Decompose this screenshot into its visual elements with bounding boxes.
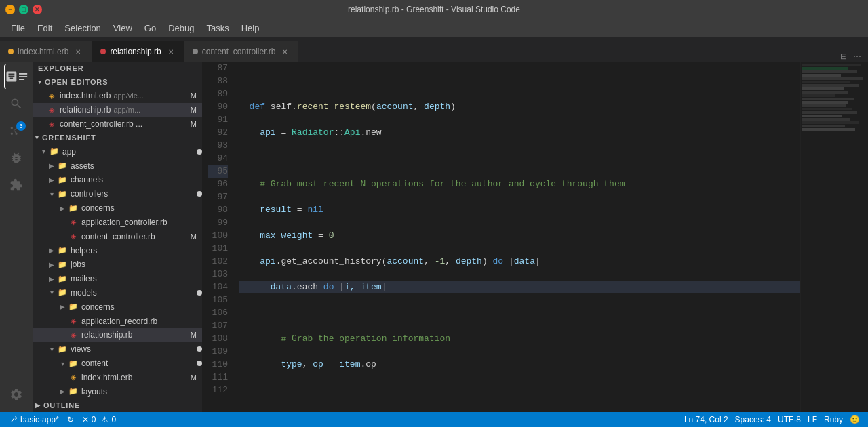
- spaces-label: Spaces: 4: [735, 415, 771, 424]
- svg-rect-1: [19, 76, 27, 77]
- tree-folder-channels[interactable]: ▶ 📁 channels: [33, 173, 202, 187]
- tab-label: content_controller.rb: [202, 47, 276, 56]
- tree-folder-models-concerns[interactable]: ▶ 📁 concerns: [33, 300, 202, 314]
- open-editor-content-controller[interactable]: ◈ content_controller.rb ... M: [33, 117, 202, 131]
- line-ending-label: LF: [808, 415, 817, 424]
- menu-debug[interactable]: Debug: [163, 22, 199, 35]
- folder-icon: 📁: [57, 274, 68, 283]
- status-errors[interactable]: ✕ 0 ⚠ 0: [79, 415, 119, 424]
- tab-close-icon[interactable]: ✕: [165, 46, 176, 57]
- tab-relationship-rb[interactable]: relationship.rb ✕: [92, 41, 184, 62]
- minimize-button[interactable]: −: [5, 5, 15, 14]
- ruby-file-icon: [100, 49, 106, 54]
- code-line-93: max_weight = 0: [239, 229, 800, 242]
- error-icon: ✕: [82, 415, 89, 424]
- tree-folder-concerns[interactable]: ▶ 📁 concerns: [33, 201, 202, 216]
- open-editor-index[interactable]: ◈ index.html.erb app/vie... M: [33, 89, 202, 103]
- split-editor-icon[interactable]: ⊟: [838, 51, 849, 62]
- status-smiley[interactable]: 🙂: [847, 415, 863, 424]
- folder-icon: 📁: [49, 147, 60, 156]
- maximize-button[interactable]: □: [19, 5, 28, 14]
- modified-dot: [197, 346, 202, 352]
- window-controls[interactable]: − □ ✕: [5, 5, 42, 14]
- menu-selection[interactable]: Selection: [59, 22, 106, 35]
- tab-index-html-erb[interactable]: index.html.erb ✕: [0, 41, 92, 62]
- code-text[interactable]: def self.recent_resteem(account, depth) …: [236, 62, 800, 412]
- tree-file-content-controller[interactable]: ◈ content_controller.rb M: [33, 229, 202, 243]
- status-branch[interactable]: ⎇ basic-app*: [5, 415, 62, 424]
- arrow-icon: ▶: [57, 388, 68, 395]
- tree-folder-app[interactable]: ▾ 📁 app: [33, 144, 202, 159]
- activity-bar: 3: [0, 62, 33, 412]
- tab-content-controller-rb[interactable]: content_controller.rb ✕: [184, 41, 300, 62]
- tree-folder-content[interactable]: ▾ 📁 content: [33, 357, 202, 371]
- window-title: relationship.rb - Greenshift - Visual St…: [348, 5, 520, 14]
- ruby-file-icon: ◈: [68, 317, 79, 325]
- open-editors-label: OPEN EDITORS: [45, 78, 108, 86]
- status-encoding[interactable]: UTF-8: [775, 415, 804, 424]
- status-sync[interactable]: ↻: [64, 415, 77, 424]
- tree-file-index-html-erb[interactable]: ◈ index.html.erb M: [33, 370, 202, 384]
- ruby-file-icon: [193, 49, 198, 54]
- modified-badge: M: [191, 120, 202, 128]
- tree-file-application-record[interactable]: ◈ application_record.rb: [33, 314, 202, 328]
- outline-header[interactable]: ▶ OUTLINE: [33, 399, 202, 412]
- open-editor-relationship[interactable]: ◈ relationship.rb app/m... M: [33, 103, 202, 117]
- branch-name: basic-app*: [20, 415, 59, 424]
- ruby-icon: ◈: [46, 120, 57, 129]
- tree-folder-jobs[interactable]: ▶ 📁 jobs: [33, 258, 202, 272]
- close-button[interactable]: ✕: [33, 5, 42, 14]
- status-position[interactable]: Ln 74, Col 2: [682, 415, 731, 424]
- code-editor[interactable]: 87 88 89 90 91 92 93 94 95 96 97 98 99 1…: [202, 62, 800, 412]
- activity-extensions[interactable]: [4, 173, 28, 197]
- position-label: Ln 74, Col 2: [684, 415, 728, 424]
- statusbar: ⎇ basic-app* ↻ ✕ 0 ⚠ 0 Ln 74, Col 2 Spac…: [0, 412, 868, 427]
- activity-explorer[interactable]: [4, 64, 28, 89]
- open-editors-header[interactable]: ▾ OPEN EDITORS: [33, 75, 202, 89]
- more-actions-icon[interactable]: ⋯: [852, 51, 863, 62]
- activity-search[interactable]: [4, 92, 28, 116]
- ruby-file-icon: ◈: [68, 232, 79, 241]
- menu-file[interactable]: File: [5, 22, 31, 35]
- code-line-88: def self.recent_resteem(account, depth): [239, 100, 800, 113]
- error-count: 0: [92, 415, 96, 424]
- status-line-ending[interactable]: LF: [805, 415, 820, 424]
- explorer-header[interactable]: EXPLORER: [33, 62, 202, 75]
- modified-badge: M: [191, 331, 202, 339]
- arrow-icon: ▶: [46, 247, 57, 254]
- tab-close-icon[interactable]: ✕: [279, 46, 290, 57]
- activity-settings[interactable]: [4, 382, 28, 407]
- ruby-file-icon: ◈: [68, 331, 79, 340]
- tree-folder-controllers[interactable]: ▾ 📁 controllers: [33, 187, 202, 201]
- modified-badge: M: [191, 92, 202, 100]
- arrow-icon: ▾: [46, 289, 57, 296]
- tree-folder-assets[interactable]: ▶ 📁 assets: [33, 159, 202, 173]
- tree-file-relationship[interactable]: ◈ relationship.rb M: [33, 328, 202, 342]
- smiley-icon: 🙂: [850, 415, 860, 424]
- tab-close-icon[interactable]: ✕: [73, 46, 83, 57]
- tree-folder-models[interactable]: ▾ 📁 models: [33, 286, 202, 300]
- warning-count: 0: [111, 415, 116, 424]
- menu-view[interactable]: View: [108, 22, 138, 35]
- arrow-icon: ▾: [46, 346, 57, 353]
- status-spaces[interactable]: Spaces: 4: [732, 415, 774, 424]
- project-header[interactable]: ▾ GREENSHIFT: [33, 131, 202, 144]
- arrow-icon: ▾: [57, 360, 68, 367]
- menu-go[interactable]: Go: [139, 22, 161, 35]
- status-language[interactable]: Ruby: [821, 415, 846, 424]
- erb-file-icon: [8, 49, 14, 54]
- tree-folder-helpers[interactable]: ▶ 📁 helpers: [33, 243, 202, 258]
- language-label: Ruby: [824, 415, 843, 424]
- menu-tasks[interactable]: Tasks: [201, 22, 234, 35]
- activity-debug[interactable]: [4, 146, 28, 170]
- titlebar: − □ ✕ relationship.rb - Greenshift - Vis…: [0, 0, 868, 19]
- tree-folder-views[interactable]: ▾ 📁 views: [33, 342, 202, 357]
- tree-file-application-controller[interactable]: ◈ application_controller.rb: [33, 216, 202, 230]
- tree-folder-layouts[interactable]: ▶ 📁 layouts: [33, 384, 202, 399]
- arrow-icon: ▶: [57, 303, 68, 310]
- arrow-icon: ▶: [46, 275, 57, 283]
- menu-help[interactable]: Help: [236, 22, 265, 35]
- tree-folder-mailers[interactable]: ▶ 📁 mailers: [33, 272, 202, 286]
- activity-source-control[interactable]: 3: [4, 119, 28, 143]
- menu-edit[interactable]: Edit: [32, 22, 58, 35]
